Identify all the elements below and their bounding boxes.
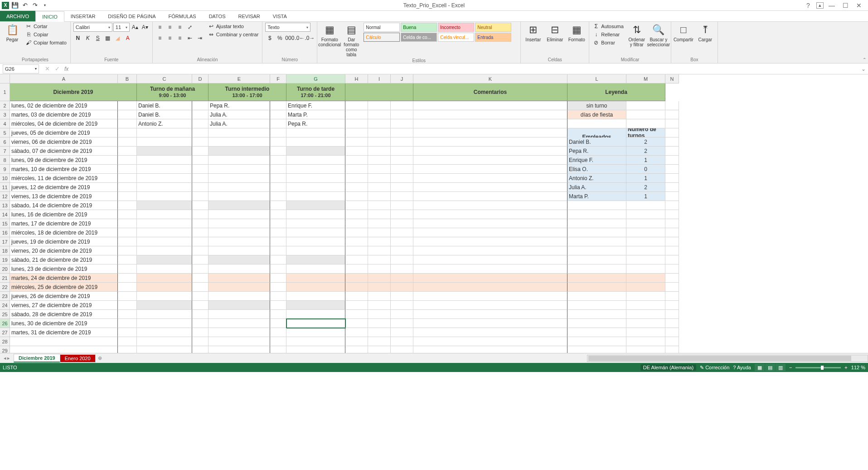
cell[interactable] <box>137 255 192 264</box>
cell[interactable] <box>118 101 137 110</box>
tab-home[interactable]: INICIO <box>35 11 64 22</box>
cell[interactable]: martes, 10 de diciembre de 2019 <box>10 165 118 174</box>
style-celda-comprobacion[interactable]: Celda de co... <box>401 33 437 42</box>
cell[interactable] <box>209 246 270 255</box>
decrease-font-icon[interactable]: A▾ <box>141 23 150 32</box>
tab-review[interactable]: REVISAR <box>232 11 267 21</box>
cell[interactable] <box>270 283 286 292</box>
cell[interactable] <box>665 156 679 165</box>
cell[interactable] <box>137 192 192 201</box>
cell[interactable] <box>286 165 345 174</box>
cell[interactable] <box>567 228 626 237</box>
cell[interactable] <box>270 346 286 353</box>
cell[interactable] <box>137 210 192 219</box>
percent-icon[interactable]: % <box>275 34 284 43</box>
cell[interactable] <box>665 264 679 274</box>
col-header-l[interactable]: L <box>567 74 626 83</box>
cell[interactable] <box>286 174 345 183</box>
cell[interactable]: Daniel B. <box>137 110 192 119</box>
cell[interactable] <box>391 337 413 346</box>
align-left-icon[interactable]: ≡ <box>155 34 165 43</box>
cell[interactable] <box>567 301 626 310</box>
col-header-k[interactable]: K <box>413 74 567 83</box>
cell[interactable] <box>137 201 192 210</box>
cell[interactable] <box>270 137 286 147</box>
cell[interactable] <box>118 165 137 174</box>
cell[interactable] <box>118 210 137 219</box>
cell[interactable] <box>626 301 665 310</box>
cell[interactable] <box>626 283 665 292</box>
cell[interactable] <box>209 219 270 228</box>
tab-data[interactable]: DATOS <box>203 11 232 21</box>
cell[interactable] <box>368 301 391 310</box>
cell[interactable] <box>665 174 679 183</box>
cell[interactable]: Marta P. <box>567 192 626 201</box>
cell[interactable] <box>413 237 567 246</box>
cell[interactable] <box>345 137 368 147</box>
cell[interactable]: miércoles, 25 de diciembre de 2019 <box>10 283 118 292</box>
cell[interactable] <box>209 174 270 183</box>
cell[interactable] <box>413 292 567 301</box>
cell[interactable] <box>567 328 626 337</box>
col-header-m[interactable]: M <box>626 74 665 83</box>
cell[interactable] <box>270 319 286 328</box>
cell[interactable] <box>391 237 413 246</box>
cell[interactable]: martes, 24 de diciembre de 2019 <box>10 274 118 283</box>
cell[interactable] <box>626 201 665 210</box>
cell[interactable] <box>345 264 368 274</box>
cell[interactable]: Marta P. <box>286 110 345 119</box>
cell[interactable] <box>270 165 286 174</box>
row-header[interactable]: 4 <box>0 119 10 128</box>
cell[interactable] <box>665 283 679 292</box>
col-header-h[interactable]: H <box>345 74 368 83</box>
cell[interactable] <box>665 255 679 264</box>
zoom-slider[interactable] <box>795 367 841 368</box>
cell[interactable] <box>209 292 270 301</box>
cell[interactable] <box>192 192 209 201</box>
cell[interactable]: miércoles, 18 de diciembre de 2019 <box>10 228 118 237</box>
cell[interactable] <box>118 283 137 292</box>
cell[interactable] <box>567 219 626 228</box>
cell[interactable] <box>209 210 270 219</box>
cell[interactable] <box>391 147 413 156</box>
cell[interactable] <box>137 137 192 147</box>
view-page-layout-icon[interactable]: ▤ <box>765 364 775 371</box>
cell[interactable] <box>270 228 286 237</box>
cell[interactable] <box>270 192 286 201</box>
cell[interactable] <box>345 328 368 337</box>
underline-button[interactable]: S <box>93 34 102 43</box>
cell[interactable] <box>286 328 345 337</box>
cell[interactable] <box>209 283 270 292</box>
col-header-g[interactable]: G <box>286 74 345 83</box>
cell[interactable] <box>368 319 391 328</box>
cell[interactable] <box>209 137 270 147</box>
spreadsheet-grid[interactable]: A B C D E F G H I J K L M N 123456789101… <box>0 74 868 353</box>
cell[interactable] <box>665 165 679 174</box>
sheet-tab-enero[interactable]: Enero 2020 <box>60 354 96 362</box>
row-header[interactable]: 28 <box>0 337 10 346</box>
cell[interactable] <box>391 174 413 183</box>
cell[interactable]: 1 <box>626 156 665 165</box>
cell[interactable] <box>413 128 567 137</box>
cell[interactable] <box>192 128 209 137</box>
ribbon-options-icon[interactable]: ▴ <box>816 2 824 9</box>
cell[interactable]: Daniel B. <box>137 101 192 110</box>
cell[interactable] <box>137 156 192 165</box>
row-header[interactable]: 22 <box>0 283 10 292</box>
expand-formula-bar-icon[interactable]: ⌄ <box>859 66 868 72</box>
align-bottom-icon[interactable]: ≡ <box>175 23 184 32</box>
style-normal[interactable]: Normal <box>364 23 400 32</box>
cell[interactable] <box>665 119 679 128</box>
cell[interactable] <box>286 283 345 292</box>
cell[interactable] <box>665 246 679 255</box>
cell[interactable]: viernes, 27 de diciembre de 2019 <box>10 301 118 310</box>
table-header[interactable]: Turno intermedio13:00 - 17:00 <box>209 83 286 101</box>
cell[interactable]: Antonio Z. <box>567 174 626 183</box>
cell[interactable] <box>665 192 679 201</box>
cell[interactable] <box>413 301 567 310</box>
cell[interactable] <box>413 337 567 346</box>
cell[interactable] <box>192 137 209 147</box>
cell[interactable] <box>192 110 209 119</box>
view-normal-icon[interactable]: ▦ <box>755 364 765 371</box>
row-header[interactable]: 27 <box>0 328 10 337</box>
